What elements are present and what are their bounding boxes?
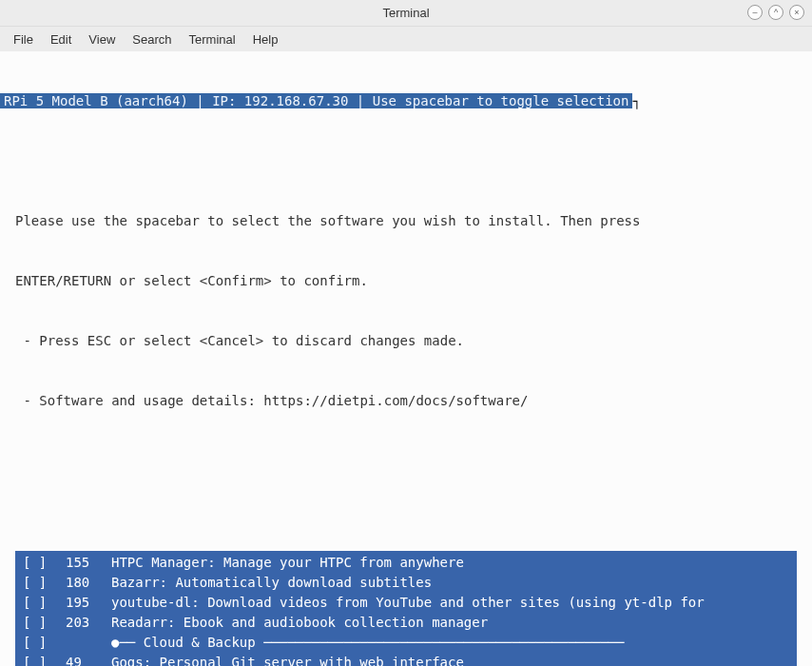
section-header: [ ] ●── Cloud & Backup ─────────────────… <box>23 633 789 653</box>
item-id: 180 <box>66 573 111 593</box>
item-label: HTPC Manager: Manage your HTPC from anyw… <box>111 553 789 573</box>
list-item[interactable]: [ ] 155 HTPC Manager: Manage your HTPC f… <box>23 553 789 573</box>
titlebar: Terminal – ^ × <box>0 0 812 27</box>
checkbox-icon: [ ] <box>23 653 66 666</box>
intro-line: - Software and usage details: https://di… <box>15 391 797 411</box>
menu-terminal[interactable]: Terminal <box>182 29 243 49</box>
software-list[interactable]: [ ] 155 HTPC Manager: Manage your HTPC f… <box>15 551 797 666</box>
window-controls: – ^ × <box>747 5 804 20</box>
window-title: Terminal <box>382 6 429 20</box>
menu-help[interactable]: Help <box>245 29 286 49</box>
checkbox-icon: [ ] <box>23 573 66 593</box>
item-id: 203 <box>66 613 111 633</box>
item-id: 195 <box>66 593 111 613</box>
intro-line: Please use the spacebar to select the so… <box>15 211 797 231</box>
menubar: File Edit View Search Terminal Help <box>0 27 812 51</box>
intro-line: - Press ESC or select <Cancel> to discar… <box>15 331 797 351</box>
list-item[interactable]: [ ] 49 Gogs: Personal Git server with we… <box>23 653 789 666</box>
item-id: 49 <box>66 653 111 666</box>
list-item[interactable]: [ ] 195 youtube-dl: Download videos from… <box>23 593 789 613</box>
status-line: RPi 5 Model B (aarch64) | IP: 192.168.67… <box>0 91 812 111</box>
terminal-window: Terminal – ^ × File Edit View Search Ter… <box>0 0 812 666</box>
item-label: Readarr: Ebook and audiobook collection … <box>111 613 789 633</box>
maximize-button[interactable]: ^ <box>768 5 783 20</box>
checkbox-icon: [ ] <box>23 613 66 633</box>
checkbox-icon: [ ] <box>23 593 66 613</box>
menu-edit[interactable]: Edit <box>43 29 79 49</box>
item-id <box>66 633 111 653</box>
minimize-button[interactable]: – <box>747 5 763 20</box>
item-label: youtube-dl: Download videos from YouTube… <box>111 593 789 613</box>
terminal-body[interactable]: RPi 5 Model B (aarch64) | IP: 192.168.67… <box>0 51 812 666</box>
checkbox-icon: [ ] <box>23 553 66 573</box>
item-label: Bazarr: Automatically download subtitles <box>111 573 789 593</box>
intro-line: ENTER/RETURN or select <Confirm> to conf… <box>15 271 797 291</box>
menu-file[interactable]: File <box>6 29 41 49</box>
section-title: ●── Cloud & Backup ─────────────────────… <box>111 633 789 653</box>
menu-view[interactable]: View <box>81 29 123 49</box>
item-label: Gogs: Personal Git server with web inter… <box>111 653 789 666</box>
intro-text: Please use the spacebar to select the so… <box>0 171 812 491</box>
menu-search[interactable]: Search <box>125 29 179 49</box>
item-id: 155 <box>66 553 111 573</box>
checkbox-icon: [ ] <box>23 633 66 653</box>
list-item[interactable]: [ ] 180 Bazarr: Automatically download s… <box>23 573 789 593</box>
close-button[interactable]: × <box>789 5 804 20</box>
list-item[interactable]: [ ] 203 Readarr: Ebook and audiobook col… <box>23 613 789 633</box>
